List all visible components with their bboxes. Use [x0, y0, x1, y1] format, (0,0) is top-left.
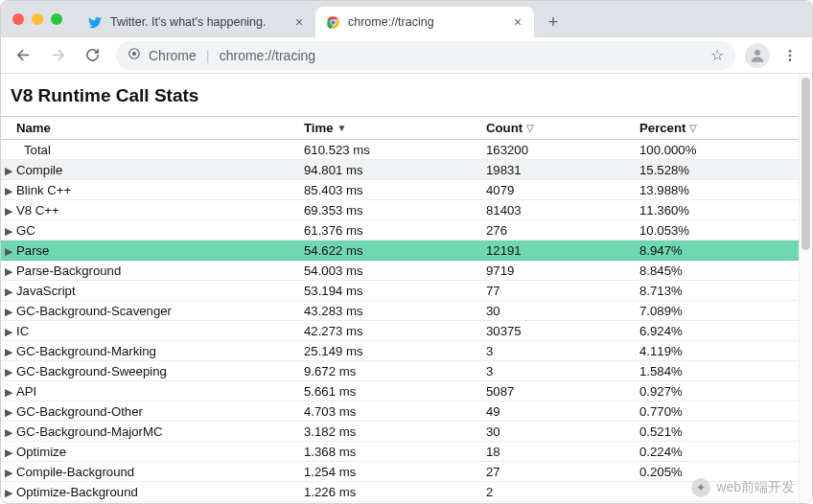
col-header-name[interactable]: Name: [1, 117, 298, 140]
table-row[interactable]: ▶GC-Background-Marking25.149 ms34.119%: [1, 341, 799, 361]
cell-percent: 0.521%: [634, 422, 799, 442]
close-window-button[interactable]: [12, 13, 24, 25]
expand-toggle-icon[interactable]: ▶: [5, 265, 14, 278]
reload-button[interactable]: [78, 41, 106, 70]
scrollbar-thumb[interactable]: [801, 78, 810, 250]
address-bar[interactable]: Chrome | chrome://tracing ☆: [116, 41, 735, 70]
expand-toggle-icon[interactable]: ▶: [5, 467, 14, 479]
row-name: Optimize: [16, 445, 66, 459]
minimize-window-button[interactable]: [32, 13, 43, 25]
expand-toggle-icon[interactable]: ▶: [5, 225, 14, 238]
table-row[interactable]: ▶GC-Background-Sweeping9.672 ms31.584%: [1, 361, 799, 381]
cell-count: 81403: [480, 200, 634, 220]
table-row[interactable]: ▶Compile-Background1.254 ms270.205%: [1, 462, 799, 482]
cell-time: 9.672 ms: [298, 361, 480, 381]
expand-toggle-icon[interactable]: ▶: [5, 366, 14, 378]
bookmark-star-icon[interactable]: ☆: [710, 46, 724, 64]
row-name: JavaScript: [16, 284, 76, 298]
profile-avatar-button[interactable]: [745, 43, 770, 68]
row-name: Parse: [16, 243, 49, 258]
browser-window: Twitter. It's what's happening. × chrome…: [0, 0, 813, 504]
cell-count: 30: [480, 422, 634, 442]
cell-count: 30: [480, 301, 634, 321]
expand-toggle-icon[interactable]: ▶: [5, 487, 14, 499]
close-tab-icon[interactable]: ×: [511, 15, 524, 29]
sort-icon: ▽: [526, 123, 534, 133]
table-row[interactable]: ▶Parse-Background54.003 ms97198.845%: [1, 261, 799, 281]
cell-time: 1.226 ms: [298, 482, 480, 502]
table-row[interactable]: ▶GC-Background-Other4.703 ms490.770%: [1, 401, 799, 422]
chrome-icon: [325, 14, 340, 30]
row-name: GC-Background-Scavenger: [16, 304, 172, 318]
row-name: GC-Background-MajorMC: [16, 424, 162, 439]
cell-count: 163200: [480, 140, 634, 160]
expand-toggle-icon[interactable]: ▶: [5, 245, 14, 258]
maximize-window-button[interactable]: [51, 13, 62, 25]
table-row[interactable]: ▶GC-Background-Scavenger43.283 ms307.089…: [1, 301, 799, 321]
col-header-count[interactable]: Count▽: [480, 117, 634, 140]
row-name: Parse-Background: [16, 263, 121, 278]
table-row[interactable]: ▶GC61.376 ms27610.053%: [1, 220, 799, 241]
row-name: V8 C++: [16, 203, 59, 218]
row-name: API: [16, 384, 36, 399]
expand-toggle-icon[interactable]: ▶: [5, 286, 14, 298]
expand-toggle-icon[interactable]: ▶: [5, 426, 14, 439]
site-info-icon[interactable]: [128, 47, 141, 63]
cell-percent: 8.713%: [634, 281, 799, 301]
table-row[interactable]: ▶Optimize-Background1.226 ms2: [1, 482, 799, 502]
table-row[interactable]: ▶API5.661 ms50870.927%: [1, 381, 799, 401]
cell-time: 42.273 ms: [298, 321, 480, 341]
toolbar: Chrome | chrome://tracing ☆: [1, 37, 812, 74]
cell-time: 54.622 ms: [298, 241, 480, 261]
new-tab-button[interactable]: +: [540, 9, 567, 35]
cell-percent: 8.845%: [634, 261, 799, 281]
cell-time: 5.661 ms: [298, 381, 480, 401]
expand-toggle-icon[interactable]: ▶: [5, 447, 14, 459]
table-row[interactable]: ▶Compile94.801 ms1983115.528%: [1, 160, 799, 180]
menu-button[interactable]: [776, 41, 804, 70]
tab-strip: Twitter. It's what's happening. × chrome…: [1, 1, 812, 37]
cell-percent: 10.053%: [634, 220, 799, 241]
expand-toggle-icon[interactable]: ▶: [5, 346, 14, 358]
expand-toggle-icon[interactable]: ▶: [5, 326, 14, 338]
expand-toggle-icon[interactable]: ▶: [5, 386, 14, 399]
col-header-time[interactable]: Time▼: [298, 117, 480, 140]
table-row[interactable]: ▶Parse54.622 ms121918.947%: [1, 241, 799, 261]
row-name: Compile-Background: [16, 465, 134, 479]
cell-count: 2: [480, 482, 634, 502]
tab-tracing[interactable]: chrome://tracing ×: [315, 7, 534, 37]
expand-toggle-icon[interactable]: ▶: [5, 185, 14, 197]
cell-time: 1.368 ms: [298, 442, 480, 462]
content-area: V8 Runtime Call Stats Name Time▼ Cou: [1, 74, 812, 503]
table-row[interactable]: ▶IC42.273 ms303756.924%: [1, 321, 799, 341]
row-name: GC-Background-Sweeping: [16, 364, 167, 378]
cell-percent: 0.770%: [634, 401, 799, 422]
tab-twitter[interactable]: Twitter. It's what's happening. ×: [78, 7, 315, 37]
row-name: GC: [16, 223, 35, 238]
cell-percent: 0.000%: [634, 502, 799, 504]
forward-button[interactable]: [43, 41, 72, 70]
table-row[interactable]: ▶JavaScript53.194 ms778.713%: [1, 281, 799, 301]
expand-toggle-icon[interactable]: ▶: [5, 306, 14, 318]
close-tab-icon[interactable]: ×: [292, 15, 306, 29]
table-row[interactable]: ▶V8 C++69.353 ms8140311.360%: [1, 200, 799, 220]
table-row[interactable]: ▶GC-Background-MajorMC3.182 ms300.521%: [1, 422, 799, 442]
expand-toggle-icon[interactable]: ▶: [5, 205, 14, 218]
cell-percent: 4.119%: [634, 341, 799, 361]
cell-time: 4.703 ms: [298, 401, 480, 422]
cell-percent: 100.000%: [634, 140, 799, 160]
cell-time: 25.149 ms: [298, 341, 480, 361]
cell-percent: 13.988%: [634, 180, 799, 200]
col-header-percent[interactable]: Percent▽: [634, 117, 799, 140]
back-button[interactable]: [9, 41, 37, 70]
expand-toggle-icon[interactable]: ▶: [5, 406, 14, 419]
table-row[interactable]: ▶Blink C++85.403 ms407913.988%: [1, 180, 799, 200]
row-name: Compile: [16, 163, 62, 177]
expand-toggle-icon[interactable]: ▶: [5, 165, 14, 177]
cell-count: 49: [480, 401, 634, 422]
cell-percent: 8.947%: [634, 241, 799, 261]
row-name: Blink C++: [16, 183, 71, 197]
twitter-icon: [87, 14, 103, 30]
vertical-scrollbar[interactable]: [799, 74, 812, 503]
table-row[interactable]: ▶Optimize1.368 ms180.224%: [1, 442, 799, 462]
